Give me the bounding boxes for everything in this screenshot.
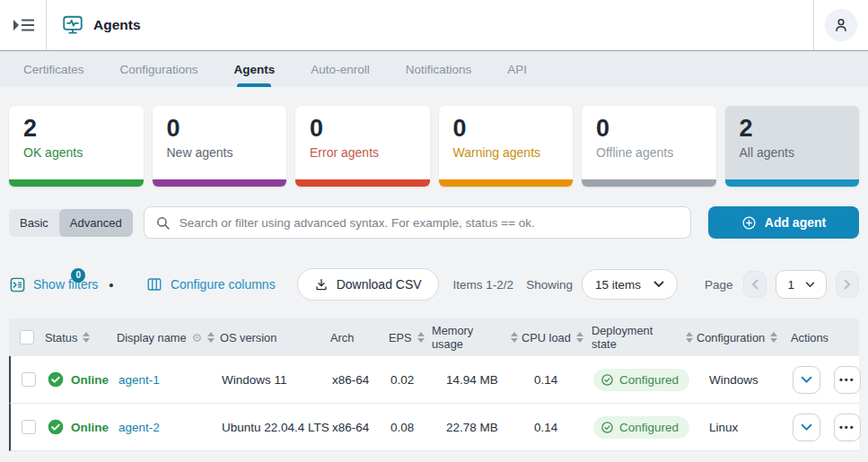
tab-configurations[interactable]: Configurations [102, 51, 216, 87]
arch-cell: x86-64 [332, 373, 390, 387]
page-size-select[interactable]: 15 items [582, 269, 678, 300]
column-header-deployment-state[interactable]: Deployment state [592, 324, 697, 351]
download-csv-label: Download CSV [337, 277, 422, 292]
sort-icon [576, 332, 583, 343]
column-label: CPU load [522, 331, 571, 344]
deployment-state-badge: Configured [593, 369, 689, 391]
card-error-agents[interactable]: 0 Error agents [295, 106, 430, 187]
configured-check-icon [601, 421, 614, 434]
mode-basic-button[interactable]: Basic [9, 209, 59, 237]
card-count: 0 [310, 115, 430, 143]
deployment-state-text: Configured [619, 373, 679, 387]
user-area [813, 0, 868, 50]
configure-columns-button[interactable]: Configure columns [146, 276, 276, 292]
tab-label: Certificates [23, 63, 84, 76]
row-checkbox[interactable] [22, 372, 36, 387]
eps-cell: 0.02 [390, 373, 434, 387]
card-warning-agents[interactable]: 0 Warning agents [439, 106, 574, 187]
card-new-agents[interactable]: 0 New agents [153, 106, 287, 187]
configured-check-icon [601, 373, 614, 387]
chevron-down-icon [653, 281, 664, 288]
column-label: Configuration [697, 331, 765, 344]
items-range-label: Items 1-2/2 [453, 278, 514, 292]
configure-columns-label: Configure columns [171, 277, 276, 292]
table-row-agent-2: Online agent-2 Ubuntu 22.04.4 LTS x86-64… [9, 404, 859, 451]
column-header-display-name[interactable]: Display name ⚙ [117, 331, 220, 344]
card-count: 0 [453, 115, 574, 143]
card-color-bar [439, 179, 574, 187]
tab-label: Configurations [120, 63, 198, 76]
previous-page-button[interactable] [743, 271, 767, 298]
card-label: Error agents [310, 145, 430, 160]
column-gear-icon[interactable]: ⚙ [192, 332, 203, 344]
show-filters-icon [9, 276, 26, 293]
agents-table: Status Display name ⚙ OS version Arch EP… [9, 318, 859, 451]
tab-notifications[interactable]: Notifications [388, 51, 490, 87]
download-csv-button[interactable]: Download CSV [297, 268, 439, 301]
tab-api[interactable]: API [489, 51, 545, 87]
column-label: Display name [117, 331, 187, 344]
card-count: 2 [23, 115, 144, 143]
card-all-agents[interactable]: 2 All agents [725, 106, 860, 187]
table-toolbar: Show filters 0 • Configure columns [9, 268, 859, 301]
row-checkbox[interactable] [22, 420, 36, 434]
filter-row: Basic Advanced Add agent [9, 206, 859, 239]
column-header-cpu-load[interactable]: CPU load [522, 331, 592, 344]
agent-name-link[interactable]: agent-2 [118, 421, 160, 434]
sidebar-toggle-button[interactable] [0, 0, 47, 50]
eps-cell: 0.08 [390, 421, 434, 434]
chevron-down-icon [805, 282, 815, 288]
tab-agents[interactable]: Agents [216, 51, 294, 87]
agent-name-link[interactable]: agent-1 [118, 373, 160, 387]
page-title: Agents [93, 17, 141, 33]
status-text: Online [71, 373, 109, 387]
column-header-status[interactable]: Status [45, 331, 117, 344]
configure-columns-icon [146, 276, 162, 292]
showing-label: Showing [526, 278, 573, 292]
select-all-checkbox[interactable] [20, 330, 34, 344]
os-version-cell: Windows 11 [222, 373, 332, 387]
row-menu-button[interactable]: ••• [834, 414, 862, 441]
column-header-actions: Actions [791, 331, 859, 344]
add-agent-button[interactable]: Add agent [708, 206, 859, 239]
ellipsis-icon: ••• [839, 422, 855, 432]
add-agent-label: Add agent [765, 215, 826, 230]
agents-monitor-icon [61, 13, 84, 37]
expand-row-button[interactable] [793, 414, 820, 441]
column-header-configuration[interactable]: Configuration [697, 331, 791, 344]
unsaved-indicator-dot: • [109, 277, 113, 292]
card-count: 0 [167, 115, 287, 143]
search-input[interactable] [180, 216, 679, 230]
mode-advanced-button[interactable]: Advanced [59, 209, 133, 237]
card-offline-agents[interactable]: 0 Offline agents [582, 106, 716, 187]
tab-auto-enroll[interactable]: Auto-enroll [293, 51, 387, 87]
expand-row-button[interactable] [793, 366, 820, 394]
sort-icon [207, 332, 215, 343]
show-filters-button[interactable]: Show filters 0 [9, 276, 98, 293]
page-number-select[interactable]: 1 [776, 270, 827, 299]
tab-certificates[interactable]: Certificates [5, 51, 102, 87]
tab-label: Notifications [406, 63, 472, 76]
card-ok-agents[interactable]: 2 OK agents [9, 106, 144, 187]
card-count: 2 [740, 115, 860, 143]
chevron-down-icon [801, 376, 812, 384]
column-header-os-version: OS version [220, 331, 330, 344]
user-icon [832, 16, 850, 34]
summary-cards: 2 OK agents 0 New agents 0 Error agents … [9, 106, 859, 187]
column-header-eps[interactable]: EPS [389, 331, 432, 344]
column-header-memory-usage[interactable]: Memory usage [432, 324, 522, 351]
user-menu-button[interactable] [825, 9, 857, 41]
column-label: Memory usage [432, 324, 505, 351]
card-count: 0 [596, 115, 716, 143]
row-menu-button[interactable]: ••• [834, 366, 862, 394]
os-version-cell: Ubuntu 22.04.4 LTS [222, 421, 332, 434]
deployment-state-text: Configured [619, 421, 679, 434]
tab-label: Agents [234, 63, 276, 76]
sort-icon [417, 332, 425, 343]
add-plus-icon [741, 215, 757, 231]
deployment-state-cell: Configured [593, 369, 698, 391]
sort-icon [511, 332, 518, 343]
next-page-button[interactable] [836, 271, 859, 298]
status-online-icon [47, 418, 65, 436]
memory-usage-cell: 14.94 MB [434, 373, 523, 387]
